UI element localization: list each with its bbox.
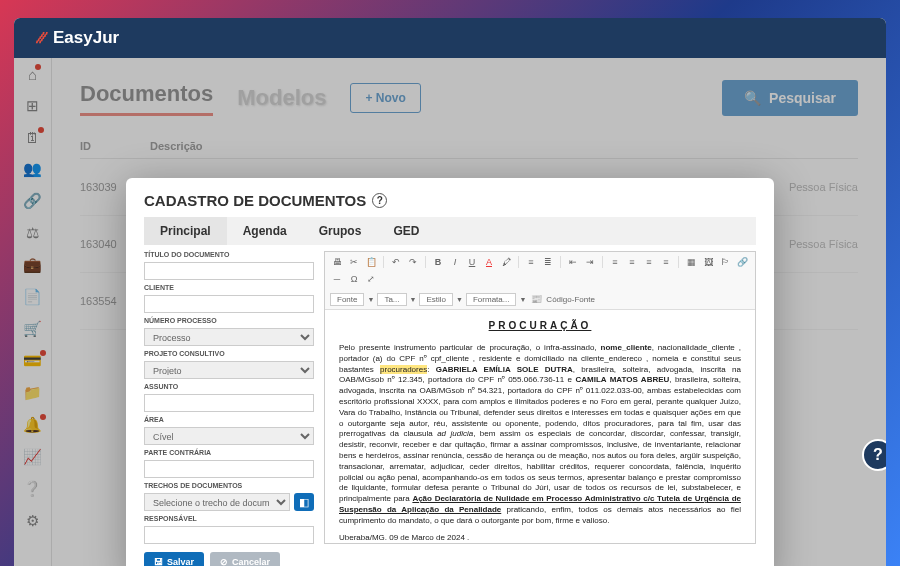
help-icon[interactable]: ? [372, 193, 387, 208]
cancelar-button[interactable]: ⊘Cancelar [210, 552, 280, 566]
input-responsavel[interactable] [144, 526, 314, 544]
label-responsavel: RESPONSÁVEL [144, 515, 314, 522]
cancel-icon: ⊘ [220, 557, 228, 566]
modal-title: CADASTRO DE DOCUMENTOS ? [144, 192, 756, 209]
select-trechos[interactable]: Selecione o trecho de documento [144, 493, 290, 511]
select-projeto[interactable]: Projeto [144, 361, 314, 379]
copy-icon[interactable]: 📋 [364, 255, 378, 269]
redo-icon[interactable]: ↷ [406, 255, 420, 269]
list-ul-icon[interactable]: ≣ [541, 255, 555, 269]
save-icon: 🖫 [154, 557, 163, 566]
logo-icon: ⫽ [32, 28, 49, 48]
label-titulo: TÍTULO DO DOCUMENTO [144, 251, 314, 258]
tab-ged[interactable]: GED [377, 217, 435, 245]
input-cliente[interactable] [144, 295, 314, 313]
bold-icon[interactable]: B [431, 255, 445, 269]
salvar-button[interactable]: 🖫Salvar [144, 552, 204, 566]
align-right-icon[interactable]: ≡ [642, 255, 656, 269]
label-cliente: CLIENTE [144, 284, 314, 291]
align-justify-icon[interactable]: ≡ [659, 255, 673, 269]
label-numero: NÚMERO PROCESSO [144, 317, 314, 324]
link-icon[interactable]: 🔗 [735, 255, 749, 269]
cut-icon[interactable]: ✂ [347, 255, 361, 269]
modal-backdrop: CADASTRO DE DOCUMENTOS ? Principal Agend… [14, 58, 886, 566]
source-label[interactable]: Código-Fonte [546, 295, 594, 304]
document-body[interactable]: PROCURAÇÃO Pelo presente instrumento par… [325, 310, 755, 540]
hr-icon[interactable]: ─ [330, 272, 344, 286]
tab-agenda[interactable]: Agenda [227, 217, 303, 245]
doc-heading: PROCURAÇÃO [339, 320, 741, 331]
input-titulo[interactable] [144, 262, 314, 280]
undo-icon[interactable]: ↶ [389, 255, 403, 269]
label-projeto: PROJETO CONSULTIVO [144, 350, 314, 357]
list-ol-icon[interactable]: ≡ [524, 255, 538, 269]
align-center-icon[interactable]: ≡ [625, 255, 639, 269]
label-trechos: TRECHOS DE DOCUMENTOS [144, 482, 314, 489]
indent-icon[interactable]: ⇥ [583, 255, 597, 269]
select-format[interactable]: Formata... [466, 293, 516, 306]
editor: 🖶 ✂ 📋 ↶ ↷ B I U A 🖍 [324, 251, 756, 544]
label-assunto: ASSUNTO [144, 383, 314, 390]
help-bubble[interactable]: ? [862, 439, 886, 471]
image-icon[interactable]: 🖼 [701, 255, 715, 269]
label-area: ÁREA [144, 416, 314, 423]
tab-principal[interactable]: Principal [144, 217, 227, 245]
modal-cadastro: CADASTRO DE DOCUMENTOS ? Principal Agend… [126, 178, 774, 566]
table-icon[interactable]: ▦ [684, 255, 698, 269]
align-left-icon[interactable]: ≡ [608, 255, 622, 269]
highlight-icon[interactable]: 🖍 [499, 255, 513, 269]
color-icon[interactable]: A [482, 255, 496, 269]
select-font[interactable]: Fonte [330, 293, 364, 306]
source-icon[interactable]: 📰 [529, 292, 543, 306]
flag-icon[interactable]: 🏳 [718, 255, 732, 269]
brand-name: EasyJur [53, 28, 119, 48]
input-assunto[interactable] [144, 394, 314, 412]
editor-toolbar: 🖶 ✂ 📋 ↶ ↷ B I U A 🖍 [325, 252, 755, 310]
print-icon[interactable]: 🖶 [330, 255, 344, 269]
select-size[interactable]: Ta... [377, 293, 406, 306]
italic-icon[interactable]: I [448, 255, 462, 269]
titlebar: ⫽ EasyJur [14, 18, 886, 58]
doc-paragraph: Pelo presente instrumento particular de … [339, 343, 741, 527]
label-parte: PARTE CONTRÁRIA [144, 449, 314, 456]
outdent-icon[interactable]: ⇤ [566, 255, 580, 269]
select-area[interactable]: Cível [144, 427, 314, 445]
input-parte[interactable] [144, 460, 314, 478]
tab-grupos[interactable]: Grupos [303, 217, 378, 245]
modal-tabs: Principal Agenda Grupos GED [144, 217, 756, 245]
add-trecho-button[interactable]: ◧ [294, 493, 314, 511]
underline-icon[interactable]: U [465, 255, 479, 269]
expand-icon[interactable]: ⤢ [364, 272, 378, 286]
select-numero[interactable]: Processo [144, 328, 314, 346]
omega-icon[interactable]: Ω [347, 272, 361, 286]
doc-footer: Uberaba/MG, 09 de Março de 2024 . [339, 533, 741, 540]
select-style[interactable]: Estilo [419, 293, 453, 306]
